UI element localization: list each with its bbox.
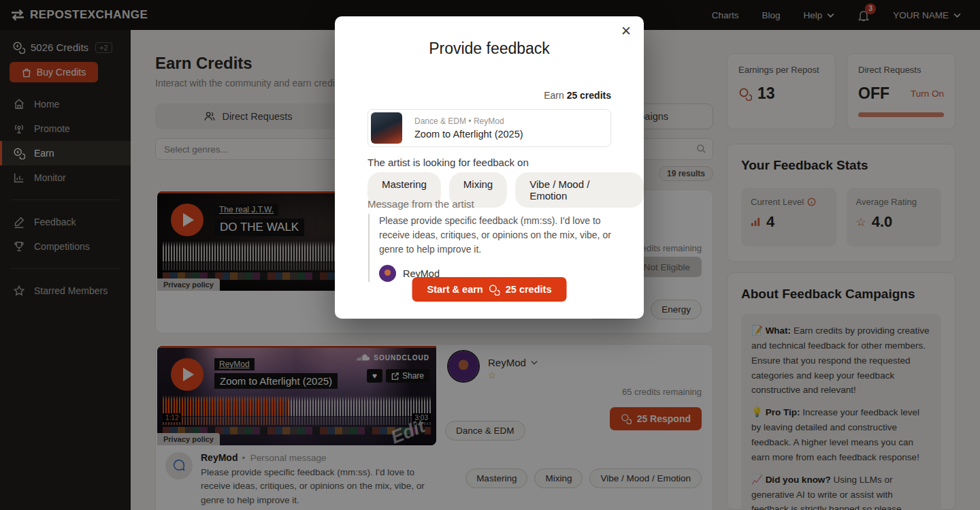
feedback-category-chip: Vibe / Mood / Emotion (515, 172, 644, 208)
looking-for-label: The artist is looking for feedback on (368, 157, 529, 168)
coin-icon (489, 284, 500, 296)
artist-message-quote: Please provide specific feedback (mm:ss)… (368, 214, 621, 282)
artist-message-text: Please provide specific feedback (mm:ss)… (379, 214, 621, 257)
provide-feedback-modal: ✕ Provide feedback Earn 25 credits Dance… (335, 16, 644, 319)
track-name: Zoom to Afterlight (2025) (414, 129, 523, 140)
message-from-artist-label: Message from the artist (368, 198, 474, 210)
modal-title: Provide feedback (335, 39, 644, 58)
album-art (371, 112, 402, 144)
close-icon[interactable]: ✕ (621, 25, 632, 37)
track-summary-card[interactable]: Dance & EDM • ReyMod Zoom to Afterlight … (368, 109, 611, 147)
avatar[interactable] (379, 265, 396, 282)
track-meta: Dance & EDM • ReyMod (414, 116, 523, 126)
earn-amount-label: Earn 25 credits (544, 90, 611, 101)
start-and-earn-button[interactable]: Start & earn 25 credits (412, 277, 567, 302)
